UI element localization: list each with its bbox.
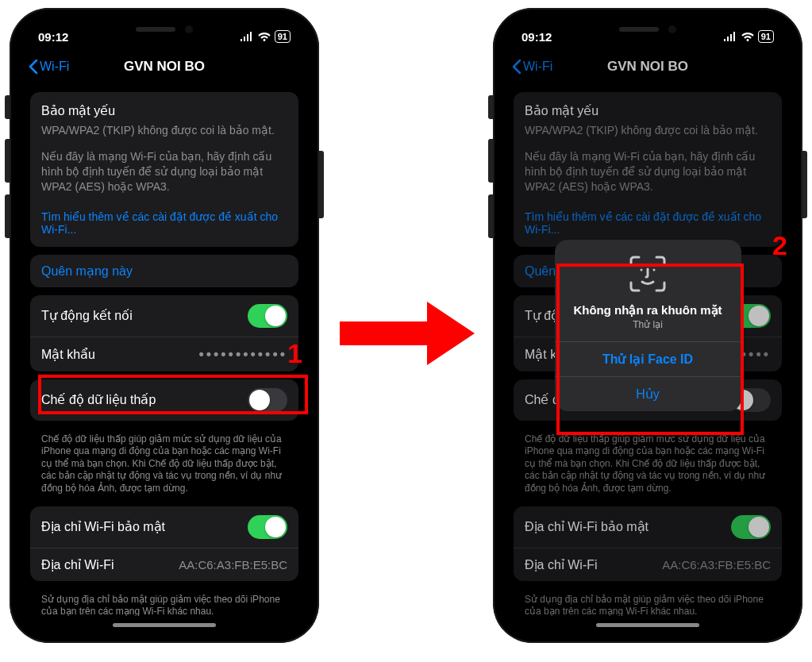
wifi-address-row: Địa chỉ Wi-Fi AA:C6:A3:FB:E5:BC <box>30 548 298 581</box>
security-warning-block: Bảo mật yếu WPA/WPA2 (TKIP) không được c… <box>30 92 298 247</box>
low-data-toggle[interactable] <box>248 388 287 412</box>
learn-more-link[interactable]: Tìm hiểu thêm về các cài đặt được đề xuấ… <box>30 210 298 247</box>
private-address-row[interactable]: Địa chỉ Wi-Fi bảo mật <box>30 506 298 548</box>
auto-join-row[interactable]: Tự động kết nối <box>30 295 298 337</box>
private-address-desc: Sử dụng địa chỉ bảo mật giúp giảm việc t… <box>19 589 310 616</box>
retry-faceid-button[interactable]: Thử lại Face ID <box>555 341 741 376</box>
forget-network-button[interactable]: Quên mạng này <box>30 255 298 287</box>
auto-join-label: Tự động kết nối <box>41 308 133 323</box>
forget-label: Quên mạng này <box>41 264 133 279</box>
side-button <box>488 194 493 238</box>
dialog-subtitle: Thử lại <box>555 319 741 330</box>
wifi-icon <box>257 32 271 41</box>
phone-frame-left: 09:12 91 Wi-Fi GVN NOI BO <box>10 8 319 643</box>
private-address-label: Địa chỉ Wi-Fi bảo mật <box>41 519 165 534</box>
cellular-icon <box>240 32 254 41</box>
password-row[interactable]: Mật khẩu •••••••••••• <box>30 337 298 371</box>
faceid-dialog: Không nhận ra khuôn mặt Thử lại Thử lại … <box>555 240 741 411</box>
password-value: •••••••••••• <box>198 346 287 363</box>
side-button <box>319 151 324 218</box>
password-label: Mật khẩu <box>41 347 95 362</box>
auto-join-toggle[interactable] <box>248 304 287 328</box>
faceid-dialog-overlay: Không nhận ra khuôn mặt Thử lại Thử lại … <box>502 17 793 633</box>
faceid-icon <box>628 254 668 294</box>
side-button <box>5 95 10 119</box>
side-button <box>488 139 493 183</box>
arrow-icon <box>340 302 475 365</box>
notch <box>584 17 711 41</box>
status-time: 09:12 <box>38 30 68 44</box>
cancel-button[interactable]: Hủy <box>555 376 741 411</box>
page-title: GVN NOI BO <box>124 59 205 75</box>
security-title: Bảo mật yếu <box>41 103 287 118</box>
chevron-left-icon <box>29 59 38 75</box>
private-address-toggle[interactable] <box>248 515 287 539</box>
wifi-address-label: Địa chỉ Wi-Fi <box>41 557 114 572</box>
notch <box>101 17 228 41</box>
low-data-desc: Chế độ dữ liệu thấp giúp giảm mức sử dụn… <box>19 429 310 495</box>
back-button[interactable]: Wi-Fi <box>29 49 69 84</box>
low-data-row[interactable]: Chế độ dữ liệu thấp <box>30 379 298 421</box>
dialog-title: Không nhận ra khuôn mặt <box>555 303 741 318</box>
svg-point-1 <box>653 269 656 271</box>
low-data-label: Chế độ dữ liệu thấp <box>41 392 156 407</box>
phone-frame-right: 09:12 91 Wi-Fi GVN NOI BO <box>493 8 802 643</box>
back-label: Wi-Fi <box>40 60 69 74</box>
svg-point-0 <box>641 269 643 271</box>
home-indicator[interactable] <box>113 623 216 627</box>
security-body-2: Nếu đây là mạng Wi-Fi của bạn, hãy định … <box>41 149 287 194</box>
side-button <box>5 194 10 238</box>
side-button <box>5 139 10 183</box>
security-body-1: WPA/WPA2 (TKIP) không được coi là bảo mậ… <box>41 123 287 138</box>
side-button <box>802 151 807 218</box>
nav-bar: Wi-Fi GVN NOI BO <box>19 49 310 84</box>
battery-icon: 91 <box>275 30 291 43</box>
wifi-address-value: AA:C6:A3:FB:E5:BC <box>179 558 287 572</box>
side-button <box>488 95 493 119</box>
